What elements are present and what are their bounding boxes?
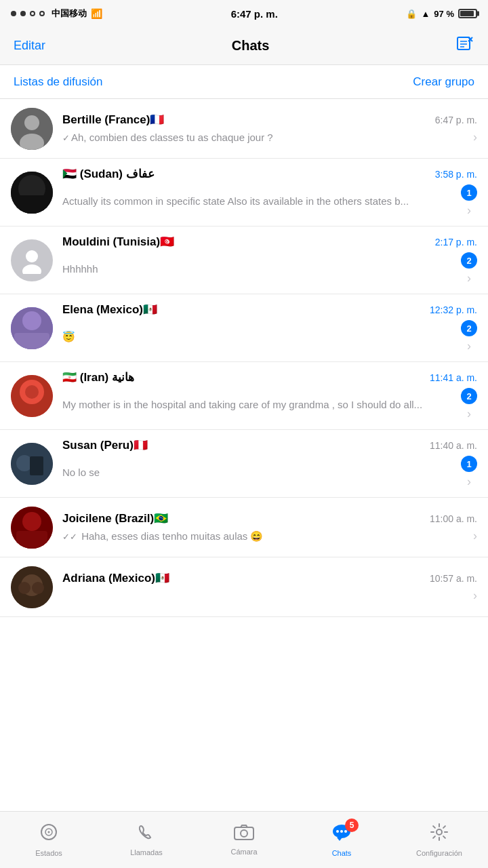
chat-preview-6: No lo se bbox=[62, 465, 455, 479]
avatar-img-2 bbox=[11, 172, 53, 214]
chat-name-4: Elena (Mexico)🇲🇽 bbox=[62, 302, 424, 317]
svg-point-32 bbox=[48, 831, 50, 833]
chat-meta-4: 😇 2 › bbox=[62, 320, 477, 353]
chat-item-4[interactable]: Elena (Mexico)🇲🇽 12:32 p. m. 😇 2 › bbox=[0, 294, 488, 362]
chat-time-5: 11:41 a. m. bbox=[430, 372, 477, 383]
compose-button[interactable] bbox=[455, 35, 474, 58]
chat-content-3: Mouldini (Tunisia)🇹🇳 2:17 p. m. Hhhhhh 2… bbox=[62, 235, 477, 285]
badge-4: 2 bbox=[461, 320, 477, 336]
broadcast-bar: Listas de difusión Crear grupo bbox=[0, 65, 488, 99]
chevron-4: › bbox=[467, 339, 471, 353]
signal-dot-4 bbox=[39, 11, 45, 16]
compose-icon bbox=[455, 35, 474, 54]
chat-content-8: Adriana (Mexico)🇲🇽 10:57 a. m. › bbox=[62, 571, 477, 603]
avatar-img-5 bbox=[11, 375, 53, 417]
chat-right-1: › bbox=[473, 130, 477, 144]
chat-header-8: Adriana (Mexico)🇲🇽 10:57 a. m. bbox=[62, 571, 477, 585]
chat-right-3: 2 › bbox=[461, 252, 477, 285]
badge-3: 2 bbox=[461, 252, 477, 269]
chat-item-7[interactable]: Joicilene (Brazil)🇧🇷 11:00 a. m. ✓✓ Haha… bbox=[0, 498, 488, 557]
tab-chats[interactable]: 5 Chats bbox=[293, 823, 390, 857]
chevron-2: › bbox=[467, 203, 471, 218]
chat-name-1: Bertille (France)🇫🇷 bbox=[62, 113, 430, 127]
tab-camara[interactable]: Cámara bbox=[195, 824, 293, 856]
chat-item-8[interactable]: Adriana (Mexico)🇲🇽 10:57 a. m. › bbox=[0, 557, 488, 617]
avatar-img-8 bbox=[11, 566, 53, 608]
chat-content-5: 🇮🇷 (Iran) هانية 11:41 a. m. My mother is… bbox=[62, 370, 477, 421]
svg-rect-11 bbox=[16, 195, 47, 214]
chat-header-4: Elena (Mexico)🇲🇽 12:32 p. m. bbox=[62, 302, 477, 317]
chat-name-5: 🇮🇷 (Iran) هانية bbox=[62, 370, 424, 384]
chat-name-7: Joicilene (Brazil)🇧🇷 bbox=[62, 511, 424, 526]
battery-icon bbox=[458, 9, 477, 18]
chat-header-7: Joicilene (Brazil)🇧🇷 11:00 a. m. bbox=[62, 511, 477, 526]
tab-llamadas[interactable]: Llamadas bbox=[98, 823, 195, 856]
chat-item-1[interactable]: Bertille (France)🇫🇷 6:47 p. m. ✓Ah, comb… bbox=[0, 99, 488, 159]
llamadas-icon bbox=[138, 823, 155, 846]
chat-meta-5: My mother is in the hospital and taking … bbox=[62, 388, 477, 421]
svg-point-37 bbox=[340, 830, 343, 833]
battery-pct: 97 % bbox=[434, 9, 454, 19]
chevron-1: › bbox=[473, 130, 477, 144]
chat-item-5[interactable]: 🇮🇷 (Iran) هانية 11:41 a. m. My mother is… bbox=[0, 362, 488, 430]
battery-fill bbox=[460, 11, 474, 16]
chevron-7: › bbox=[473, 529, 477, 543]
avatar-6 bbox=[11, 443, 53, 485]
chat-time-6: 11:40 a. m. bbox=[430, 440, 477, 451]
checkmark-1: ✓ bbox=[62, 133, 70, 143]
status-time: 6:47 p. m. bbox=[231, 8, 278, 20]
chat-item-3[interactable]: Mouldini (Tunisia)🇹🇳 2:17 p. m. Hhhhhh 2… bbox=[0, 226, 488, 294]
chat-preview-3: Hhhhhh bbox=[62, 262, 455, 276]
signal-dot-2 bbox=[20, 11, 26, 16]
nav-title: Chats bbox=[232, 38, 270, 54]
chat-right-5: 2 › bbox=[461, 388, 477, 421]
tab-configuracion-label: Configuración bbox=[416, 849, 462, 857]
avatar-img-4 bbox=[11, 307, 53, 349]
svg-rect-22 bbox=[30, 456, 43, 475]
broadcast-list-button[interactable]: Listas de difusión bbox=[14, 75, 102, 89]
chat-content-2: 🇸🇩 (Sudan) عفاف 3:58 p. m. Actually its … bbox=[62, 167, 477, 218]
person-icon-3 bbox=[18, 247, 45, 274]
chat-time-2: 3:58 p. m. bbox=[435, 169, 477, 180]
avatar-1 bbox=[11, 108, 53, 150]
chat-meta-7: ✓✓ Haha, esses dias tenho muitas aulas 😄… bbox=[62, 529, 477, 543]
double-check-7: ✓✓ bbox=[62, 532, 77, 542]
lock-icon: 🔒 bbox=[406, 9, 417, 19]
chevron-6: › bbox=[467, 475, 471, 489]
chat-time-1: 6:47 p. m. bbox=[435, 115, 477, 125]
tab-configuracion[interactable]: Configuración bbox=[390, 823, 488, 857]
carrier-name: 中国移动 bbox=[52, 7, 87, 20]
location-icon: ▲ bbox=[421, 9, 430, 19]
badge-5: 2 bbox=[461, 388, 477, 404]
nav-bar: Editar Chats bbox=[0, 27, 488, 65]
chat-preview-1: ✓Ah, combien des classes tu as chaque jo… bbox=[62, 130, 468, 144]
status-right: 🔒 ▲ 97 % bbox=[406, 9, 477, 19]
chat-time-8: 10:57 a. m. bbox=[430, 573, 477, 584]
avatar-img-7 bbox=[11, 507, 53, 549]
chat-preview-4: 😇 bbox=[62, 330, 455, 344]
chat-name-8: Adriana (Mexico)🇲🇽 bbox=[62, 571, 424, 585]
chat-preview-7: ✓✓ Haha, esses dias tenho muitas aulas 😄 bbox=[62, 529, 468, 543]
svg-rect-33 bbox=[235, 827, 253, 840]
chat-item-6[interactable]: Susan (Peru)🇵🇪 11:40 a. m. No lo se 1 › bbox=[0, 430, 488, 498]
chat-right-4: 2 › bbox=[461, 320, 477, 353]
chat-preview-2: Actually its common in specific state Al… bbox=[62, 194, 455, 208]
signal-dot-3 bbox=[30, 11, 35, 16]
chat-name-2: 🇸🇩 (Sudan) عفاف bbox=[62, 167, 430, 181]
tab-estados[interactable]: Estados bbox=[0, 823, 98, 857]
svg-rect-0 bbox=[458, 37, 470, 50]
svg-point-39 bbox=[436, 829, 442, 835]
create-group-button[interactable]: Crear grupo bbox=[413, 75, 474, 89]
status-bar: 中国移动 📶 6:47 p. m. 🔒 ▲ 97 % bbox=[0, 0, 488, 27]
llamadas-svg bbox=[138, 823, 155, 841]
chat-time-3: 2:17 p. m. bbox=[435, 237, 477, 248]
chat-header-2: 🇸🇩 (Sudan) عفاف 3:58 p. m. bbox=[62, 167, 477, 181]
chat-name-3: Mouldini (Tunisia)🇹🇳 bbox=[62, 235, 430, 249]
edit-button[interactable]: Editar bbox=[14, 39, 45, 53]
chat-preview-5: My mother is in the hospital and taking … bbox=[62, 397, 455, 412]
svg-point-13 bbox=[22, 264, 41, 274]
chat-header-6: Susan (Peru)🇵🇪 11:40 a. m. bbox=[62, 438, 477, 452]
svg-point-12 bbox=[26, 250, 38, 262]
chat-item-2[interactable]: 🇸🇩 (Sudan) عفاف 3:58 p. m. Actually its … bbox=[0, 159, 488, 226]
chats-badge: 5 bbox=[345, 818, 359, 832]
